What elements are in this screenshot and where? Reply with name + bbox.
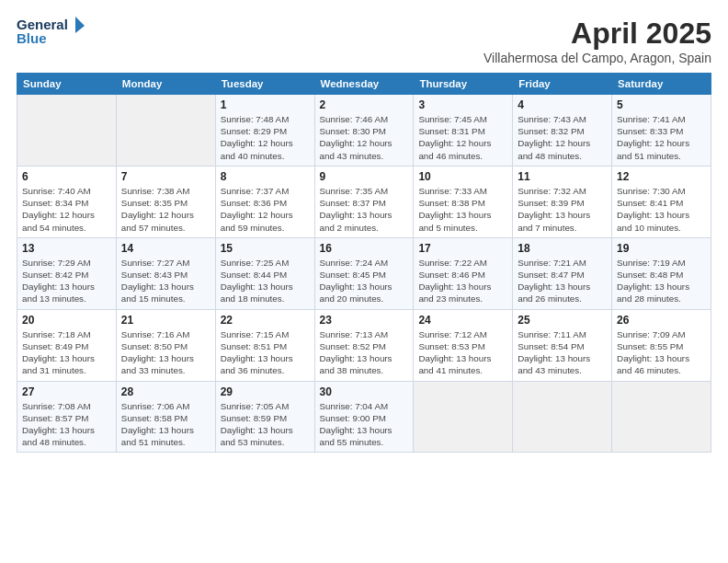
day-info: Sunrise: 7:18 AM Sunset: 8:49 PM Dayligh… [22,328,111,377]
day-number: 11 [518,170,607,183]
day-number: 25 [518,314,607,327]
table-row: 14Sunrise: 7:27 AM Sunset: 8:43 PM Dayli… [116,237,215,309]
table-row: 2Sunrise: 7:46 AM Sunset: 8:30 PM Daylig… [314,95,414,167]
day-info: Sunrise: 7:33 AM Sunset: 8:38 PM Dayligh… [418,185,507,234]
day-number: 13 [22,242,111,255]
table-row: 12Sunrise: 7:30 AM Sunset: 8:41 PM Dayli… [612,166,711,237]
day-number: 12 [617,170,706,183]
table-row: 28Sunrise: 7:06 AM Sunset: 8:58 PM Dayli… [116,381,215,453]
table-row [612,381,711,453]
header-saturday: Saturday [612,74,711,95]
day-info: Sunrise: 7:43 AM Sunset: 8:32 PM Dayligh… [518,113,607,162]
day-number: 18 [518,242,607,255]
svg-marker-0 [75,17,85,33]
day-number: 6 [22,170,111,183]
day-info: Sunrise: 7:45 AM Sunset: 8:31 PM Dayligh… [418,113,507,162]
header-sunday: Sunday [17,74,117,95]
table-row [513,381,612,453]
day-number: 26 [617,314,706,327]
calendar-body: 1Sunrise: 7:48 AM Sunset: 8:29 PM Daylig… [17,95,711,453]
calendar-header: Sunday Monday Tuesday Wednesday Thursday… [17,74,711,95]
day-number: 19 [617,242,706,255]
day-info: Sunrise: 7:08 AM Sunset: 8:57 PM Dayligh… [22,400,111,449]
logo-triangle-icon [70,17,85,33]
table-row: 15Sunrise: 7:25 AM Sunset: 8:44 PM Dayli… [215,237,314,309]
day-number: 17 [418,242,507,255]
logo: General Blue [17,17,85,46]
day-number: 4 [518,98,607,111]
calendar-title: April 2025 [483,17,711,51]
day-number: 5 [617,98,706,111]
table-row: 9Sunrise: 7:35 AM Sunset: 8:37 PM Daylig… [314,166,414,237]
day-number: 7 [121,170,210,183]
table-row: 4Sunrise: 7:43 AM Sunset: 8:32 PM Daylig… [513,95,612,167]
table-row [414,381,513,453]
table-row: 17Sunrise: 7:22 AM Sunset: 8:46 PM Dayli… [414,237,513,309]
day-number: 28 [121,385,210,398]
day-info: Sunrise: 7:15 AM Sunset: 8:51 PM Dayligh… [221,328,310,377]
day-number: 3 [418,98,507,111]
day-number: 22 [221,314,310,327]
title-block: April 2025 Villahermosa del Campo, Arago… [483,17,711,65]
day-info: Sunrise: 7:38 AM Sunset: 8:35 PM Dayligh… [121,185,210,234]
table-row: 22Sunrise: 7:15 AM Sunset: 8:51 PM Dayli… [215,309,314,381]
day-number: 24 [418,314,507,327]
table-row: 3Sunrise: 7:45 AM Sunset: 8:31 PM Daylig… [414,95,513,167]
calendar-table: Sunday Monday Tuesday Wednesday Thursday… [17,73,711,453]
day-info: Sunrise: 7:11 AM Sunset: 8:54 PM Dayligh… [518,328,607,377]
day-info: Sunrise: 7:19 AM Sunset: 8:48 PM Dayligh… [617,257,706,305]
table-row: 16Sunrise: 7:24 AM Sunset: 8:45 PM Dayli… [314,237,414,309]
table-row: 1Sunrise: 7:48 AM Sunset: 8:29 PM Daylig… [215,95,314,167]
table-row [116,95,215,167]
table-row: 19Sunrise: 7:19 AM Sunset: 8:48 PM Dayli… [612,237,711,309]
day-info: Sunrise: 7:13 AM Sunset: 8:52 PM Dayligh… [320,328,409,377]
page: General Blue April 2025 Villahermosa del… [0,0,728,462]
day-info: Sunrise: 7:46 AM Sunset: 8:30 PM Dayligh… [320,113,409,162]
day-number: 23 [320,314,409,327]
table-row: 5Sunrise: 7:41 AM Sunset: 8:33 PM Daylig… [612,95,711,167]
day-info: Sunrise: 7:48 AM Sunset: 8:29 PM Dayligh… [221,113,310,162]
table-row: 29Sunrise: 7:05 AM Sunset: 8:59 PM Dayli… [215,381,314,453]
day-info: Sunrise: 7:30 AM Sunset: 8:41 PM Dayligh… [617,185,706,234]
table-row: 18Sunrise: 7:21 AM Sunset: 8:47 PM Dayli… [513,237,612,309]
table-row: 27Sunrise: 7:08 AM Sunset: 8:57 PM Dayli… [17,381,117,453]
day-info: Sunrise: 7:04 AM Sunset: 9:00 PM Dayligh… [320,400,409,449]
table-row: 11Sunrise: 7:32 AM Sunset: 8:39 PM Dayli… [513,166,612,237]
table-row: 20Sunrise: 7:18 AM Sunset: 8:49 PM Dayli… [17,309,117,381]
table-row: 24Sunrise: 7:12 AM Sunset: 8:53 PM Dayli… [414,309,513,381]
day-info: Sunrise: 7:40 AM Sunset: 8:34 PM Dayligh… [22,185,111,234]
day-info: Sunrise: 7:27 AM Sunset: 8:43 PM Dayligh… [121,257,210,305]
day-number: 27 [22,385,111,398]
header-thursday: Thursday [414,74,513,95]
header-monday: Monday [116,74,215,95]
day-info: Sunrise: 7:09 AM Sunset: 8:55 PM Dayligh… [617,328,706,377]
day-info: Sunrise: 7:35 AM Sunset: 8:37 PM Dayligh… [320,185,409,234]
table-row: 23Sunrise: 7:13 AM Sunset: 8:52 PM Dayli… [314,309,414,381]
day-info: Sunrise: 7:05 AM Sunset: 8:59 PM Dayligh… [221,400,310,449]
table-row: 25Sunrise: 7:11 AM Sunset: 8:54 PM Dayli… [513,309,612,381]
day-number: 9 [320,170,409,183]
table-row: 26Sunrise: 7:09 AM Sunset: 8:55 PM Dayli… [612,309,711,381]
day-info: Sunrise: 7:16 AM Sunset: 8:50 PM Dayligh… [121,328,210,377]
day-number: 14 [121,242,210,255]
day-info: Sunrise: 7:37 AM Sunset: 8:36 PM Dayligh… [221,185,310,234]
day-number: 15 [221,242,310,255]
day-number: 16 [320,242,409,255]
table-row: 7Sunrise: 7:38 AM Sunset: 8:35 PM Daylig… [116,166,215,237]
day-number: 2 [320,98,409,111]
table-row: 6Sunrise: 7:40 AM Sunset: 8:34 PM Daylig… [17,166,117,237]
header-tuesday: Tuesday [215,74,314,95]
day-number: 1 [221,98,310,111]
calendar-subtitle: Villahermosa del Campo, Aragon, Spain [483,51,711,65]
day-number: 8 [221,170,310,183]
logo-text-blue: Blue [17,30,47,46]
header: General Blue April 2025 Villahermosa del… [17,17,711,65]
header-wednesday: Wednesday [314,74,414,95]
day-number: 10 [418,170,507,183]
day-info: Sunrise: 7:21 AM Sunset: 8:47 PM Dayligh… [518,257,607,305]
table-row: 10Sunrise: 7:33 AM Sunset: 8:38 PM Dayli… [414,166,513,237]
table-row: 30Sunrise: 7:04 AM Sunset: 9:00 PM Dayli… [314,381,414,453]
day-number: 20 [22,314,111,327]
day-info: Sunrise: 7:29 AM Sunset: 8:42 PM Dayligh… [22,257,111,305]
day-info: Sunrise: 7:24 AM Sunset: 8:45 PM Dayligh… [320,257,409,305]
